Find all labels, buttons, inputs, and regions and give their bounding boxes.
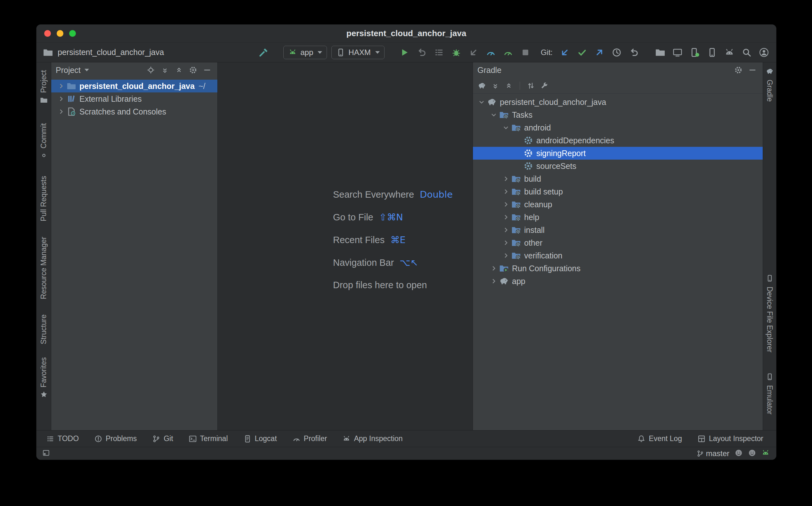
gradle-row-install[interactable]: install bbox=[473, 224, 763, 236]
device-dropdown[interactable]: HAXM bbox=[331, 46, 384, 59]
chevron-right-icon[interactable] bbox=[500, 188, 511, 195]
build-hammer-button[interactable] bbox=[257, 46, 270, 59]
collapse-all-button[interactable] bbox=[503, 80, 515, 91]
git-push-button[interactable] bbox=[593, 46, 606, 59]
run-button[interactable] bbox=[398, 46, 411, 59]
editor-area[interactable]: Search Everywhere Double Go to File ⇧⌘N … bbox=[218, 62, 473, 430]
close-window-button[interactable] bbox=[44, 30, 51, 37]
chevron-right-icon[interactable] bbox=[56, 108, 67, 115]
gradle-row-other[interactable]: other bbox=[473, 236, 763, 249]
hide-panel-button[interactable] bbox=[747, 64, 758, 76]
attach-debugger-button[interactable] bbox=[467, 46, 480, 59]
tree-row-external-libraries[interactable]: External Libraries bbox=[51, 92, 217, 105]
gradle-row-build-setup[interactable]: build setup bbox=[473, 185, 763, 198]
terminal-tab[interactable]: Terminal bbox=[189, 434, 228, 443]
gradle-row-androidDependencies[interactable]: androidDependencies bbox=[473, 134, 763, 147]
tool-stripe-project[interactable]: Project bbox=[40, 70, 48, 105]
gradle-row-android[interactable]: android bbox=[473, 121, 763, 134]
project-panel-title[interactable]: Project bbox=[56, 66, 81, 75]
android-droid-icon[interactable] bbox=[761, 449, 770, 458]
run-configuration-dropdown[interactable]: app bbox=[283, 46, 327, 59]
execute-gradle-task-button[interactable] bbox=[539, 80, 550, 91]
todo-tab[interactable]: TODO bbox=[46, 434, 79, 443]
minimize-window-button[interactable] bbox=[57, 30, 63, 37]
git-branch-widget[interactable]: master bbox=[696, 449, 729, 458]
chevron-right-icon[interactable] bbox=[500, 214, 511, 221]
chevron-right-icon[interactable] bbox=[500, 227, 511, 234]
profile-low-overhead-button[interactable] bbox=[502, 46, 515, 59]
problems-tab[interactable]: Problems bbox=[94, 434, 137, 443]
gradle-row-sourceSets[interactable]: sourceSets bbox=[473, 160, 763, 172]
toggle-tool-window-bars-button[interactable] bbox=[42, 449, 50, 458]
chevron-right-icon[interactable] bbox=[56, 83, 67, 90]
git-history-button[interactable] bbox=[610, 46, 623, 59]
gradle-row-cleanup[interactable]: cleanup bbox=[473, 198, 763, 211]
panel-settings-button[interactable] bbox=[187, 64, 199, 76]
chevron-right-icon[interactable] bbox=[500, 175, 511, 182]
chevron-right-icon[interactable] bbox=[488, 278, 499, 285]
chevron-right-icon[interactable] bbox=[488, 265, 499, 272]
chevron-right-icon[interactable] bbox=[500, 239, 511, 246]
collapse-all-button[interactable] bbox=[173, 64, 185, 76]
search-everywhere-button[interactable] bbox=[740, 46, 753, 59]
git-update-button[interactable] bbox=[558, 46, 571, 59]
chevron-down-icon[interactable] bbox=[500, 124, 511, 131]
tree-row-scratches[interactable]: Scratches and Consoles bbox=[51, 105, 217, 118]
expand-all-button[interactable] bbox=[489, 80, 501, 91]
git-commit-button[interactable] bbox=[576, 46, 589, 59]
chevron-right-icon[interactable] bbox=[500, 201, 511, 208]
profiler-tab[interactable]: Profiler bbox=[292, 434, 327, 443]
tool-stripe-structure[interactable]: Structure bbox=[40, 315, 48, 344]
gradle-row-signingReport[interactable]: signingReport bbox=[473, 147, 763, 160]
tool-stripe-gradle[interactable]: Gradle bbox=[765, 68, 774, 102]
gradle-row-help[interactable]: help bbox=[473, 211, 763, 224]
tree-row-project-root[interactable]: persistent_cloud_anchor_java ~/ bbox=[51, 80, 217, 92]
tool-stripe-device-file-explorer[interactable]: Device File Explorer bbox=[765, 274, 774, 352]
expand-all-button[interactable] bbox=[159, 64, 171, 76]
chevron-down-icon[interactable] bbox=[84, 69, 89, 71]
tool-stripe-favorites[interactable]: Favorites bbox=[40, 357, 48, 400]
offline-mode-button[interactable] bbox=[525, 80, 537, 91]
avd-manager-button[interactable] bbox=[688, 46, 701, 59]
panel-settings-button[interactable] bbox=[733, 64, 744, 76]
logcat-tab[interactable]: Logcat bbox=[243, 434, 277, 443]
gradle-row-app[interactable]: app bbox=[473, 275, 763, 287]
chevron-right-icon[interactable] bbox=[56, 95, 67, 102]
debug-button[interactable] bbox=[450, 46, 463, 59]
gradle-row-tasks[interactable]: Tasks bbox=[473, 108, 763, 121]
layout-validation-button[interactable] bbox=[706, 46, 719, 59]
gradle-sync-elephant-icon[interactable] bbox=[476, 80, 488, 91]
device-manager-button[interactable] bbox=[671, 46, 684, 59]
app-inspection-tab[interactable]: App Inspection bbox=[342, 434, 402, 443]
chevron-down-icon[interactable] bbox=[476, 98, 487, 105]
problems-icon bbox=[94, 435, 103, 443]
chevron-right-icon[interactable] bbox=[500, 252, 511, 259]
stop-button[interactable] bbox=[519, 46, 532, 59]
tool-stripe-resource-manager[interactable]: Resource Manager bbox=[40, 237, 48, 300]
feedback-smiley-icon[interactable] bbox=[748, 449, 756, 458]
chevron-down-icon[interactable] bbox=[488, 111, 499, 118]
commit-dot-icon bbox=[40, 152, 48, 161]
user-avatar-button[interactable] bbox=[758, 46, 770, 59]
feedback-smiley-icon[interactable] bbox=[735, 449, 743, 458]
profile-button[interactable] bbox=[484, 46, 497, 59]
gradle-row-root[interactable]: persistent_cloud_anchor_java bbox=[473, 96, 763, 108]
tool-stripe-commit[interactable]: Commit bbox=[40, 123, 48, 161]
locate-file-button[interactable] bbox=[145, 64, 156, 76]
gradle-row-build[interactable]: build bbox=[473, 172, 763, 185]
zoom-window-button[interactable] bbox=[69, 30, 76, 37]
gradle-row-verification[interactable]: verification bbox=[473, 249, 763, 262]
project-structure-button[interactable] bbox=[654, 46, 667, 59]
event-log-tab[interactable]: Event Log bbox=[637, 434, 682, 443]
git-tab[interactable]: Git bbox=[152, 434, 173, 443]
git-rollback-button[interactable] bbox=[627, 46, 640, 59]
apply-code-changes-button[interactable] bbox=[432, 46, 446, 59]
gradle-row-run-configurations[interactable]: Run Configurations bbox=[473, 262, 763, 275]
hide-panel-button[interactable] bbox=[201, 64, 213, 76]
project-selector-button[interactable]: persistent_cloud_anchor_java bbox=[42, 46, 164, 59]
sdk-manager-button[interactable] bbox=[723, 46, 736, 59]
apply-changes-button[interactable] bbox=[415, 46, 428, 59]
tool-stripe-pull-requests[interactable]: Pull Requests bbox=[40, 176, 48, 221]
tool-stripe-emulator[interactable]: Emulator bbox=[765, 373, 774, 415]
layout-inspector-tab[interactable]: Layout Inspector bbox=[697, 434, 763, 443]
